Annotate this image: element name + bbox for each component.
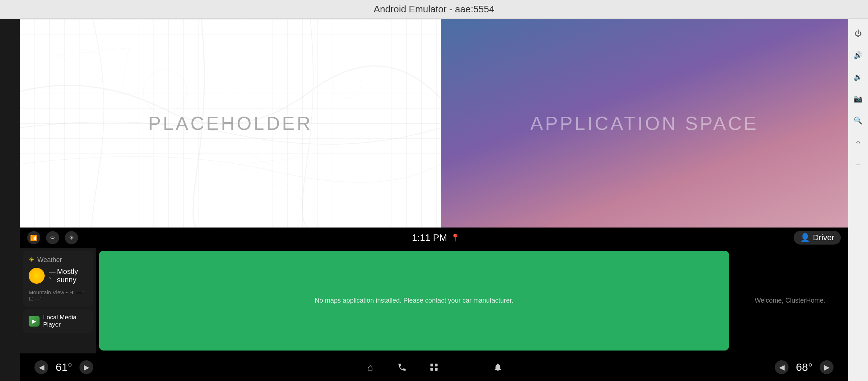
status-right: 👤 Driver bbox=[794, 231, 841, 245]
weather-info: —° Mostly sunny bbox=[49, 267, 87, 284]
circle-icon[interactable]: ○ bbox=[852, 136, 864, 148]
svg-rect-5 bbox=[430, 368, 433, 371]
svg-rect-3 bbox=[430, 364, 433, 366]
svg-point-0 bbox=[143, 70, 187, 113]
weather-temp-prefix: —° bbox=[49, 268, 56, 283]
driver-avatar-icon: 👤 bbox=[800, 233, 810, 242]
cluster-welcome: Welcome, ClusterHome. bbox=[755, 297, 826, 304]
more-icon[interactable]: ··· bbox=[852, 158, 864, 170]
camera-icon[interactable]: 📷 bbox=[852, 93, 864, 105]
cluster-panel: Welcome, ClusterHome. bbox=[732, 248, 848, 353]
weather-title: Weather bbox=[37, 256, 62, 264]
driver-label: Driver bbox=[813, 233, 834, 242]
weather-location: Mountain View • H: —° L: —° bbox=[29, 289, 87, 302]
notification-button[interactable] bbox=[488, 358, 507, 377]
weather-header: ☀ Weather bbox=[29, 256, 87, 264]
status-left: 📶 ☀ bbox=[27, 231, 78, 244]
application-space: APPLICATION SPACE bbox=[441, 19, 848, 228]
content-area: ☀ Weather —° Mostly sunny Mountain View … bbox=[20, 248, 848, 353]
nav-left: ◀ 61° ▶ bbox=[34, 360, 93, 374]
temp-left-decrease-button[interactable]: ◀ bbox=[34, 360, 48, 374]
svg-point-2 bbox=[332, 70, 361, 99]
title-bar: Android Emulator - aae:5554 bbox=[0, 0, 868, 19]
time-display: 1:11 PM bbox=[412, 232, 447, 243]
volume-up-icon[interactable]: 🔊 bbox=[852, 49, 864, 61]
location-pin-icon: 📍 bbox=[451, 233, 460, 242]
driver-button[interactable]: 👤 Driver bbox=[794, 231, 841, 245]
map-area: No maps application installed. Please co… bbox=[99, 251, 729, 351]
weather-condition: Mostly sunny bbox=[57, 267, 87, 284]
hvac-button[interactable] bbox=[456, 358, 475, 377]
temp-right-decrease-button[interactable]: ◀ bbox=[775, 360, 789, 374]
temp-right-increase-button[interactable]: ▶ bbox=[820, 360, 834, 374]
temp-left-value: 61° bbox=[51, 361, 77, 373]
media-card[interactable]: ▶ Local Media Player bbox=[23, 310, 93, 333]
wifi-icon[interactable] bbox=[46, 231, 59, 244]
temp-left-increase-button[interactable]: ▶ bbox=[79, 360, 93, 374]
weather-card[interactable]: ☀ Weather —° Mostly sunny Mountain View … bbox=[23, 251, 93, 307]
sun-icon bbox=[29, 268, 45, 284]
title-text: Android Emulator - aae:5554 bbox=[374, 4, 494, 15]
emulator-area: PLACEHOLDER APPLICATION SPACE 📶 ☀ bbox=[20, 19, 848, 381]
left-panel: ☀ Weather —° Mostly sunny Mountain View … bbox=[20, 248, 96, 353]
brightness-icon[interactable]: ☀ bbox=[65, 231, 78, 244]
right-controls: ⏻ 🔊 🔉 📷 🔍 ○ ··· bbox=[848, 19, 868, 381]
svg-rect-4 bbox=[435, 364, 438, 366]
bottom-area: 📶 ☀ 1:11 PM 📍 👤 Driver bbox=[20, 228, 848, 381]
placeholder-panel: PLACEHOLDER bbox=[20, 19, 441, 228]
status-center: 1:11 PM 📍 bbox=[412, 232, 460, 243]
app-space-label: APPLICATION SPACE bbox=[531, 112, 759, 134]
nav-right: ◀ 68° ▶ bbox=[775, 360, 834, 374]
zoom-icon[interactable]: 🔍 bbox=[852, 115, 864, 126]
media-label: Local Media Player bbox=[43, 314, 87, 328]
power-icon[interactable]: ⏻ bbox=[852, 28, 864, 39]
bluetooth-icon[interactable]: 📶 bbox=[27, 231, 40, 244]
apps-button[interactable] bbox=[425, 358, 443, 377]
placeholder-label: PLACEHOLDER bbox=[148, 112, 312, 134]
status-bar: 📶 ☀ 1:11 PM 📍 👤 Driver bbox=[20, 228, 848, 248]
svg-rect-6 bbox=[435, 368, 438, 371]
weather-main: —° Mostly sunny bbox=[29, 267, 87, 284]
nav-center: ⌂ bbox=[361, 358, 507, 377]
weather-sun-small-icon: ☀ bbox=[29, 256, 34, 264]
nav-bar: ◀ 61° ▶ ⌂ bbox=[20, 353, 848, 381]
media-player-icon: ▶ bbox=[29, 316, 40, 327]
map-message: No maps application installed. Please co… bbox=[315, 297, 513, 304]
volume-down-icon[interactable]: 🔉 bbox=[852, 71, 864, 83]
phone-button[interactable] bbox=[393, 358, 412, 377]
top-area: PLACEHOLDER APPLICATION SPACE bbox=[20, 19, 848, 228]
home-button[interactable]: ⌂ bbox=[361, 358, 380, 377]
temp-right-value: 68° bbox=[791, 361, 817, 373]
